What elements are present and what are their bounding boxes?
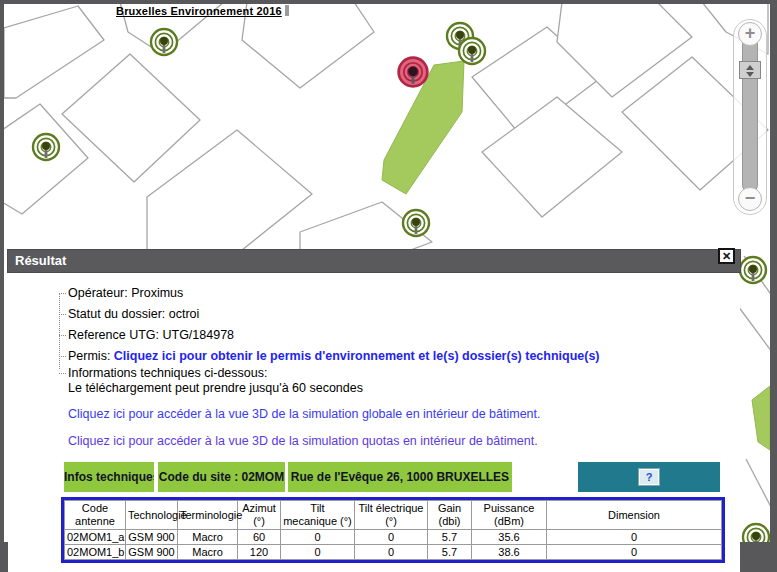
col-puissance: Puissance (dBm) bbox=[472, 501, 547, 530]
popup-body: Opérateur: Proximus Statut du dossier: o… bbox=[8, 277, 740, 572]
detail-reference: Reference UTG: UTG/184978 bbox=[8, 325, 234, 346]
cell: 38.6 bbox=[472, 545, 547, 560]
cell: 0 bbox=[281, 545, 355, 560]
detail-operator: Opérateur: Proximus bbox=[8, 283, 183, 304]
cell: 60 bbox=[238, 530, 281, 545]
link-3d-quotas[interactable]: Cliquez ici pour accéder à la vue 3D de … bbox=[68, 434, 538, 448]
col-technologie: Technologie bbox=[126, 501, 178, 530]
popup-titlebar: Résultat ✕ bbox=[8, 250, 740, 272]
permis-link[interactable]: Cliquez ici pour obtenir le permis d'env… bbox=[114, 349, 600, 363]
antenna-icon[interactable] bbox=[151, 29, 177, 55]
zoom-control: + − bbox=[733, 19, 767, 215]
cell: 02MOM1_b bbox=[65, 545, 126, 560]
table-row: 02MOM1_a GSM 900 Macro 60 0 0 5.7 35.6 0 bbox=[65, 530, 722, 545]
cell: 02MOM1_a bbox=[65, 530, 126, 545]
site-code-header: Code du site : 02MOM bbox=[158, 462, 285, 492]
infos-techniques-header: Infos techniques bbox=[64, 462, 154, 492]
table-header-row: Code antenne Technologie Terminologie Az… bbox=[65, 501, 722, 530]
building-right-strip bbox=[752, 386, 770, 450]
cell: 0 bbox=[281, 530, 355, 545]
cell: Macro bbox=[178, 530, 238, 545]
antenna-icon[interactable] bbox=[403, 210, 429, 236]
col-code-antenne: Code antenne bbox=[65, 501, 126, 530]
antenna-table: Code antenne Technologie Terminologie Az… bbox=[61, 497, 725, 563]
slider-down-arrow-icon bbox=[746, 72, 754, 77]
zoom-slider-handle[interactable] bbox=[739, 61, 761, 79]
download-note: Le téléchargement peut prendre jusqu'à 6… bbox=[68, 381, 363, 395]
zoom-out-button[interactable]: − bbox=[738, 187, 762, 211]
address-header: Rue de l'Evêque 26, 1000 BRUXELLES bbox=[288, 462, 512, 492]
col-gain: Gain (dbi) bbox=[428, 501, 472, 530]
permis-label: Permis: bbox=[68, 349, 114, 363]
table-row: 02MOM1_b GSM 900 Macro 120 0 0 5.7 38.6 … bbox=[65, 545, 722, 560]
help-icon[interactable]: ? bbox=[639, 469, 659, 485]
close-icon[interactable]: ✕ bbox=[718, 248, 735, 264]
cell: 5.7 bbox=[428, 530, 472, 545]
detail-statut: Statut du dossier: octroi bbox=[8, 304, 199, 325]
slider-up-arrow-icon bbox=[746, 65, 754, 70]
cell: GSM 900 bbox=[126, 530, 178, 545]
col-terminologie: Terminologie bbox=[178, 501, 238, 530]
cell: Macro bbox=[178, 545, 238, 560]
cell: 5.7 bbox=[428, 545, 472, 560]
col-dimension: Dimension bbox=[547, 501, 722, 530]
help-header: ? bbox=[578, 462, 720, 492]
col-tilt-electrique: Tilt électrique (°) bbox=[355, 501, 428, 530]
cell: GSM 900 bbox=[126, 545, 178, 560]
col-tilt-mecanique: Tilt mecanique (°) bbox=[281, 501, 355, 530]
link-3d-global[interactable]: Cliquez ici pour accéder à la vue 3D de … bbox=[68, 407, 541, 421]
cell: 0 bbox=[547, 545, 722, 560]
antenna-icon[interactable] bbox=[740, 257, 766, 283]
result-popup: Résultat ✕ Opérateur: Proximus Statut du… bbox=[8, 250, 740, 572]
cell: 120 bbox=[238, 545, 281, 560]
cell: 0 bbox=[547, 530, 722, 545]
cell: 0 bbox=[355, 530, 428, 545]
popup-title-text: Résultat bbox=[15, 253, 66, 268]
col-azimut: Azimut (°) bbox=[238, 501, 281, 530]
antenna-icon[interactable] bbox=[743, 524, 769, 542]
antenna-icon[interactable] bbox=[33, 134, 59, 160]
cell: 35.6 bbox=[472, 530, 547, 545]
cell: 0 bbox=[355, 545, 428, 560]
zoom-in-button[interactable]: + bbox=[738, 22, 762, 46]
app-window: Bruxelles Environnement 2016 + − Résulta… bbox=[0, 0, 777, 572]
antenna-icon[interactable] bbox=[459, 38, 485, 64]
selected-antenna-icon[interactable] bbox=[399, 58, 428, 87]
map-attribution-link[interactable]: Bruxelles Environnement 2016 bbox=[116, 5, 289, 17]
